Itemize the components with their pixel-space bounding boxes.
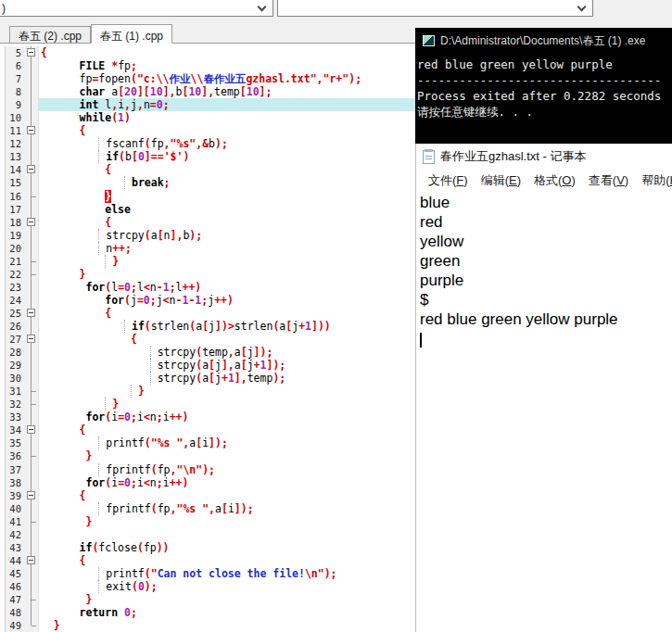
collapse-icon[interactable]	[27, 126, 35, 134]
fold-marker[interactable]	[24, 489, 39, 502]
code-token: }	[105, 190, 111, 203]
menu-item[interactable]: 帮助(H)	[635, 171, 672, 191]
menu-item[interactable]: 文件(F)	[422, 171, 475, 191]
code-token: {	[105, 216, 111, 229]
code-token: \n"	[305, 567, 324, 580]
code-text[interactable]: }	[39, 385, 422, 398]
menu-item[interactable]: 查看(V)	[582, 171, 635, 191]
code-text[interactable]: while(1)	[39, 111, 422, 124]
code-text[interactable]: }	[39, 268, 422, 281]
collapse-icon[interactable]	[27, 556, 35, 564]
code-text[interactable]: exit(0);	[39, 580, 422, 593]
code-text[interactable]: fprintf(fp,"%s ",a[i]);	[39, 502, 422, 515]
code-text[interactable]: {	[39, 489, 422, 502]
code-text[interactable]: printf("%s ",a[i]);	[39, 436, 422, 449]
console-output[interactable]: red blue green yellow purple------------…	[415, 54, 672, 120]
code-text[interactable]: for(j=0;j<n-1-1;j++)	[39, 294, 422, 307]
code-token	[41, 59, 80, 72]
code-text[interactable]: strcpy(a[n],b);	[39, 229, 422, 242]
code-text[interactable]: printf("Can not close the file!\n");	[39, 567, 422, 580]
code-text[interactable]: if(b[0]=='$')	[39, 150, 422, 163]
collapse-icon[interactable]	[27, 425, 35, 434]
code-text[interactable]: int l,i,j,n=0;	[39, 98, 422, 111]
collapse-icon[interactable]	[27, 165, 35, 173]
fold-marker[interactable]	[24, 333, 39, 346]
fold-marker[interactable]	[24, 216, 39, 229]
code-text[interactable]: strcpy(a[j+1],temp);	[39, 372, 422, 385]
collapse-icon[interactable]	[27, 491, 35, 499]
code-editor[interactable]: 5{6 FILE *fp;7 fp=fopen("c:\\作业\\春作业五gzh…	[0, 44, 422, 632]
code-text[interactable]: for(i=0;i<n;i++)	[39, 476, 422, 489]
code-token: j	[247, 359, 254, 372]
code-token: n	[170, 294, 176, 307]
code-text[interactable]: else	[39, 203, 422, 216]
fold-marker	[24, 242, 39, 255]
code-text[interactable]: {	[39, 124, 422, 137]
code-token: ][	[137, 85, 150, 98]
code-text[interactable]: break;	[39, 176, 422, 189]
code-text[interactable]: strcpy(temp,a[j]);	[39, 346, 422, 359]
code-text[interactable]	[39, 528, 422, 541]
code-token: i	[137, 476, 144, 489]
fold-marker[interactable]	[24, 307, 39, 320]
line-number: 34	[6, 423, 24, 436]
code-line: 18 {	[0, 216, 422, 229]
code-text[interactable]: {	[39, 46, 422, 59]
notepad-title-bar[interactable]: 春作业五gzhasl.txt - 记事本	[416, 144, 672, 170]
editor-tab[interactable]: 春五 (1) .cpp	[91, 24, 172, 44]
code-text[interactable]: }	[39, 619, 422, 632]
line-number: 9	[6, 98, 24, 111]
fold-marker	[24, 229, 39, 242]
code-text[interactable]: if(fclose(fp))	[39, 541, 422, 554]
code-text[interactable]: return 0;	[39, 606, 422, 619]
code-token	[41, 190, 105, 203]
code-text[interactable]: fp=fopen("c:\\作业\\春作业五gzhasl.txt","r+");	[39, 72, 422, 85]
code-text[interactable]: char a[20][10],b[10],temp[10];	[39, 85, 422, 98]
fold-marker[interactable]	[24, 124, 39, 137]
code-line: 30 strcpy(a[j+1],temp);	[0, 372, 422, 385]
code-text[interactable]: strcpy(a[j],a[j+1]);	[39, 359, 422, 372]
code-text[interactable]: }	[39, 398, 422, 411]
fold-marker[interactable]	[24, 423, 39, 436]
class-browser-combobox[interactable]: )	[0, 0, 273, 17]
code-token: fprintf	[106, 502, 150, 515]
collapse-icon[interactable]	[27, 48, 35, 57]
code-token: FILE	[80, 59, 106, 72]
code-text[interactable]: {	[39, 423, 422, 436]
code-token: strcpy	[158, 346, 197, 359]
fold-marker	[24, 150, 39, 163]
code-token	[41, 463, 98, 476]
code-line: 15 break;	[0, 176, 422, 189]
fold-marker[interactable]	[24, 554, 39, 567]
code-text[interactable]: FILE *fp;	[39, 59, 422, 72]
code-text[interactable]: {	[39, 216, 422, 229]
code-text[interactable]: }	[39, 593, 422, 606]
collapse-icon[interactable]	[27, 218, 35, 226]
code-text[interactable]: {	[39, 554, 422, 567]
code-text[interactable]: for(l=0;l<n-1;l++)	[39, 281, 422, 294]
code-text[interactable]: for(i=0;i<n;i++)	[39, 411, 422, 423]
menu-item[interactable]: 编辑(E)	[475, 171, 527, 191]
code-text[interactable]: }	[39, 449, 422, 462]
code-text[interactable]: {	[39, 307, 422, 320]
console-title-bar[interactable]: D:\Administrator\Documents\春五 (1) .exe	[415, 28, 672, 54]
collapse-icon[interactable]	[27, 309, 35, 317]
fold-marker[interactable]	[24, 163, 39, 176]
editor-tab[interactable]: 春五 (2) .cpp	[9, 26, 91, 43]
code-text[interactable]: }	[39, 190, 422, 203]
code-text[interactable]: }	[39, 255, 422, 268]
code-token: ,	[209, 502, 215, 515]
code-text[interactable]: fprintf(fp,"\n");	[39, 463, 422, 476]
code-text[interactable]: if(strlen(a[j])>strlen(a[j+1]))	[39, 320, 422, 333]
menu-item[interactable]: 格式(O)	[527, 171, 582, 191]
code-token: }	[138, 385, 145, 398]
code-text[interactable]: {	[39, 333, 422, 346]
code-text[interactable]: fscanf(fp,"%s",&b);	[39, 137, 422, 150]
member-combobox[interactable]	[277, 0, 593, 17]
notepad-text-area[interactable]: blueredyellowgreenpurple$red blue green …	[416, 192, 672, 348]
collapse-icon[interactable]	[27, 335, 35, 343]
code-text[interactable]: n++;	[39, 242, 422, 255]
code-text[interactable]: }	[39, 515, 422, 528]
fold-marker[interactable]	[24, 46, 39, 59]
code-text[interactable]: {	[39, 163, 422, 176]
